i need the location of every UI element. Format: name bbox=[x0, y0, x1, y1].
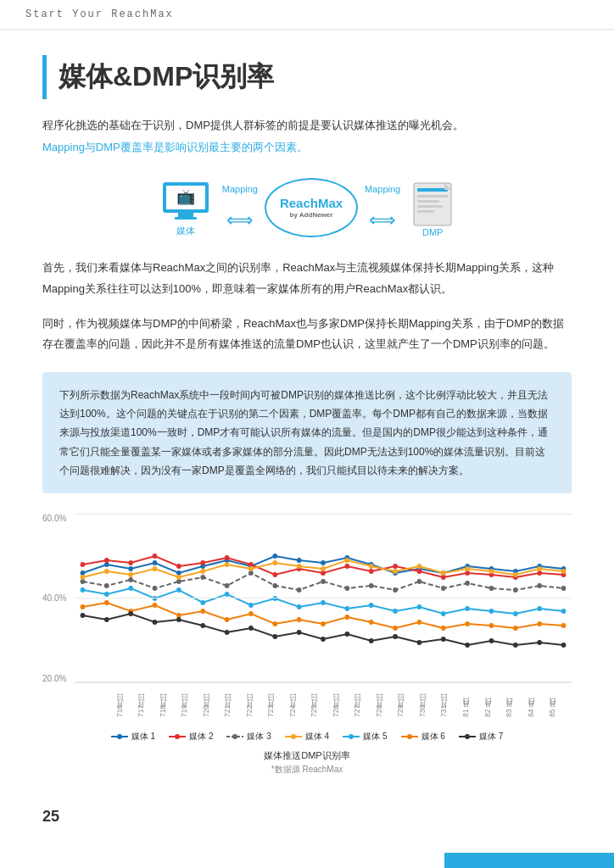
svg-point-36 bbox=[128, 560, 133, 565]
svg-point-138 bbox=[561, 623, 567, 628]
svg-point-35 bbox=[104, 558, 109, 563]
svg-point-158 bbox=[537, 640, 542, 645]
svg-point-143 bbox=[176, 617, 181, 622]
svg-point-73 bbox=[513, 587, 518, 593]
grid-line-20 bbox=[75, 682, 572, 683]
svg-point-149 bbox=[321, 637, 326, 642]
svg-point-129 bbox=[345, 615, 350, 620]
svg-point-168 bbox=[291, 734, 296, 739]
x-label-12: 7月27日 bbox=[352, 687, 362, 717]
x-label-14: 7月29日 bbox=[395, 687, 405, 717]
legend-label-5: 媒体 5 bbox=[363, 731, 387, 743]
legend-item-6: 媒体 6 bbox=[401, 731, 445, 743]
chart-wrapper: 60.0% 40.0% 20.0% bbox=[42, 514, 572, 717]
x-label-4: 7月19日 bbox=[179, 687, 189, 717]
svg-point-151 bbox=[369, 638, 374, 643]
svg-point-87 bbox=[345, 558, 350, 563]
svg-point-166 bbox=[232, 734, 237, 739]
svg-point-155 bbox=[465, 643, 470, 648]
page-number: 25 bbox=[42, 808, 59, 826]
svg-point-78 bbox=[128, 572, 133, 577]
svg-point-159 bbox=[561, 643, 567, 648]
svg-point-39 bbox=[200, 560, 205, 565]
svg-point-172 bbox=[407, 734, 412, 739]
svg-point-82 bbox=[225, 562, 230, 567]
svg-point-61 bbox=[225, 583, 230, 588]
media-label: 媒体 bbox=[176, 225, 195, 237]
y-label-60: 60.0% bbox=[42, 514, 66, 523]
svg-point-124 bbox=[225, 617, 230, 622]
reachmax-logo: ReachMax by AddNewer bbox=[265, 178, 358, 237]
legend-label-7: 媒体 7 bbox=[479, 731, 503, 743]
x-label-3: 7月18日 bbox=[158, 687, 168, 717]
svg-point-145 bbox=[225, 630, 230, 635]
svg-point-95 bbox=[537, 566, 542, 571]
svg-point-91 bbox=[441, 570, 446, 576]
chart-section: 60.0% 40.0% 20.0% bbox=[42, 514, 572, 776]
svg-point-108 bbox=[345, 606, 350, 611]
intro-text-1: 程序化挑选的基础在于识别，DMP提供人群标签的前提是要认识媒体推送的曝光机会。 bbox=[42, 116, 572, 135]
svg-point-148 bbox=[297, 630, 302, 635]
svg-point-133 bbox=[441, 626, 446, 631]
svg-point-121 bbox=[153, 603, 158, 608]
svg-point-102 bbox=[200, 600, 205, 605]
svg-point-150 bbox=[345, 632, 350, 637]
svg-point-94 bbox=[513, 572, 518, 577]
grid-line-40 bbox=[75, 598, 572, 598]
y-axis-labels: 60.0% 40.0% 20.0% bbox=[42, 514, 66, 683]
svg-point-22 bbox=[297, 558, 302, 563]
svg-point-47 bbox=[393, 564, 398, 569]
svg-point-68 bbox=[393, 587, 398, 593]
svg-point-164 bbox=[175, 734, 180, 739]
legend-item-5: 媒体 5 bbox=[343, 731, 387, 743]
svg-point-75 bbox=[561, 586, 567, 591]
x-label-5: 7月20日 bbox=[201, 687, 211, 717]
svg-point-154 bbox=[441, 637, 446, 642]
x-label-17: 8月1日 bbox=[460, 687, 471, 717]
media-icon: 📺 bbox=[156, 177, 215, 228]
svg-point-69 bbox=[417, 579, 422, 584]
svg-point-83 bbox=[248, 566, 254, 571]
svg-point-64 bbox=[297, 587, 302, 593]
svg-point-174 bbox=[465, 734, 470, 739]
svg-point-15 bbox=[128, 566, 133, 571]
svg-point-37 bbox=[153, 554, 158, 559]
legend-item-1: 媒体 1 bbox=[111, 731, 155, 743]
svg-point-16 bbox=[153, 560, 158, 565]
chart-legend: 媒体 1 媒体 2 媒体 3 媒体 4 媒体 5 媒体 6 bbox=[42, 731, 572, 743]
page-content: 媒体&DMP识别率 程序化挑选的基础在于识别，DMP提供人群标签的前提是要认识媒… bbox=[0, 30, 614, 843]
svg-point-111 bbox=[417, 604, 422, 609]
x-label-10: 7月25日 bbox=[309, 687, 319, 717]
dmp-label: DMP bbox=[422, 227, 443, 237]
svg-point-137 bbox=[537, 621, 542, 626]
svg-point-48 bbox=[417, 569, 422, 574]
arrow-1-container: Mapping ⟺ bbox=[222, 184, 258, 231]
svg-rect-9 bbox=[417, 205, 443, 208]
svg-rect-3 bbox=[178, 213, 193, 217]
legend-label-6: 媒体 6 bbox=[421, 731, 445, 743]
svg-point-156 bbox=[489, 638, 494, 643]
x-label-21: 8月5日 bbox=[547, 687, 557, 717]
svg-point-56 bbox=[104, 583, 109, 588]
arrow-2: ⟺ bbox=[369, 209, 396, 231]
svg-point-71 bbox=[465, 581, 470, 586]
legend-item-3: 媒体 3 bbox=[226, 731, 271, 743]
svg-point-162 bbox=[117, 734, 122, 739]
svg-point-117 bbox=[561, 609, 567, 614]
svg-point-23 bbox=[321, 560, 326, 565]
svg-point-116 bbox=[537, 606, 542, 611]
svg-point-123 bbox=[200, 609, 205, 614]
svg-point-131 bbox=[393, 626, 398, 631]
svg-point-107 bbox=[321, 600, 326, 605]
x-label-2: 7月17日 bbox=[136, 687, 146, 717]
svg-point-170 bbox=[349, 734, 354, 739]
svg-point-157 bbox=[513, 643, 518, 648]
svg-point-115 bbox=[513, 611, 518, 616]
body-text-2: 同时，作为视频媒体与DMP的中间桥梁，ReachMax也与多家DMP保持长期Ma… bbox=[42, 314, 572, 355]
svg-point-104 bbox=[248, 603, 254, 608]
svg-point-136 bbox=[513, 626, 518, 631]
svg-point-96 bbox=[561, 569, 567, 574]
svg-point-152 bbox=[393, 634, 398, 639]
title-section: 媒体&DMP识别率 bbox=[42, 55, 572, 99]
svg-point-114 bbox=[489, 609, 494, 614]
